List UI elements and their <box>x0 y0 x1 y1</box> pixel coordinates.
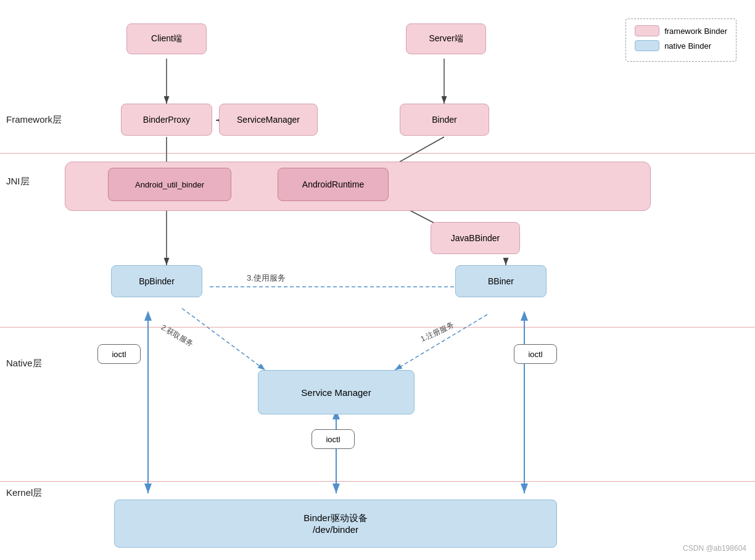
register-service-label: 1.注册服务 <box>419 320 456 345</box>
line-jni-native <box>0 327 755 327</box>
kernel-layer-label: Kernel层 <box>6 487 42 499</box>
legend-framework-color <box>635 25 659 36</box>
legend-framework: framework Binder <box>635 25 727 36</box>
ioctl-right-box: ioctl <box>514 344 557 364</box>
service-manager-box: Service Manager <box>258 370 415 414</box>
server-box: Server端 <box>406 23 486 54</box>
android-runtime-box: AndroidRuntime <box>278 168 389 201</box>
svg-line-17 <box>395 315 487 370</box>
bbiner-box: BBiner <box>455 265 547 297</box>
java-bbinder-box: JavaBBinder <box>431 222 520 254</box>
line-fw-jni <box>0 153 755 154</box>
android-util-binder-box: Android_util_binder <box>108 168 231 201</box>
service-manager-fw-box: ServiceManager <box>219 104 318 136</box>
binder-proxy-box: BinderProxy <box>121 104 212 136</box>
line-native-kernel <box>0 481 755 482</box>
use-service-label: 3.使用服务 <box>247 273 286 284</box>
legend-native-label: native Binder <box>664 41 711 51</box>
legend-native-color <box>635 40 659 51</box>
watermark: CSDN @ab198604 <box>683 544 746 553</box>
ioctl-bottom-box: ioctl <box>311 429 355 449</box>
native-layer-label: Native层 <box>6 358 42 369</box>
bp-binder-box: BpBinder <box>111 265 202 297</box>
client-box: Client端 <box>126 23 207 54</box>
legend: framework Binder native Binder <box>625 19 736 62</box>
binder-fw-box: Binder <box>400 104 489 136</box>
legend-native: native Binder <box>635 40 727 51</box>
legend-framework-label: framework Binder <box>664 27 727 36</box>
binder-driver-box: Binder驱动设备 /dev/binder <box>114 500 557 548</box>
main-diagram: Framework层 JNI层 Native层 Kernel层 Client端 … <box>0 0 755 560</box>
framework-layer-label: Framework层 <box>6 114 62 126</box>
jni-layer-label: JNI层 <box>6 176 30 187</box>
ioctl-left-box: ioctl <box>97 344 141 364</box>
